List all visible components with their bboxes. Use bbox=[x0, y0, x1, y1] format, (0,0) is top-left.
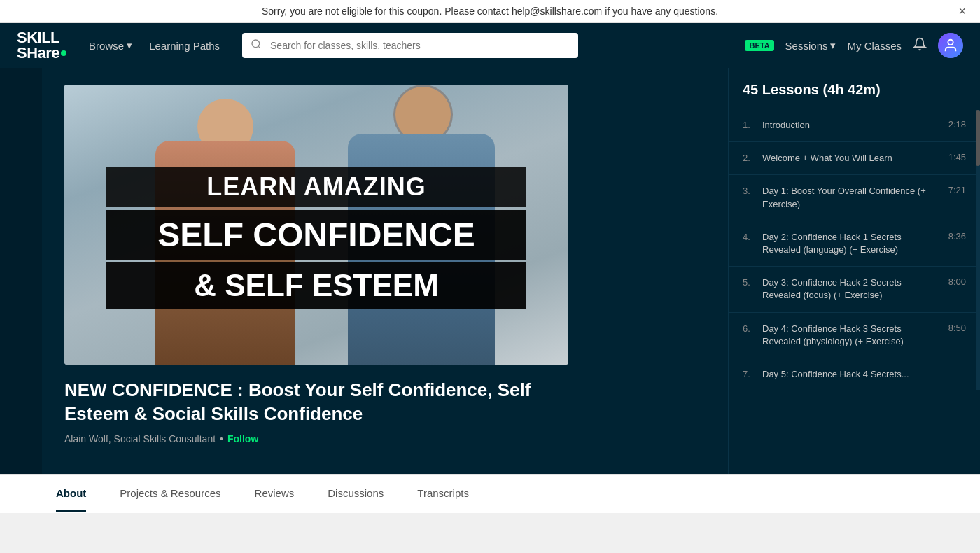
lesson-duration: 1:45 bbox=[948, 152, 966, 162]
lesson-number: 5. bbox=[743, 276, 757, 288]
browse-label: Browse bbox=[89, 40, 124, 52]
scrollbar-thumb[interactable] bbox=[976, 110, 980, 166]
bottom-tabs: AboutProjects & ResourcesReviewsDiscussi… bbox=[0, 474, 980, 513]
lessons-panel: 45 Lessons (4h 42m) 1. Introduction 2:18… bbox=[728, 68, 980, 474]
logo-dot bbox=[61, 50, 66, 56]
nav-right: BETA Sessions ▾ My Classes bbox=[745, 33, 963, 58]
tab-discussions[interactable]: Discussions bbox=[328, 476, 384, 512]
browse-chevron-icon: ▾ bbox=[127, 39, 132, 52]
lesson-title: Day 1: Boost Your Overall Confidence (+ … bbox=[762, 185, 937, 210]
tab-transcripts[interactable]: Transcripts bbox=[417, 476, 469, 512]
scrollbar-track[interactable] bbox=[976, 110, 980, 390]
main-nav: SKILL SHare Browse ▾ Learning Paths BETA… bbox=[0, 23, 980, 68]
tab-reviews[interactable]: Reviews bbox=[255, 476, 295, 512]
learning-paths-link[interactable]: Learning Paths bbox=[149, 40, 220, 52]
lesson-duration: 8:36 bbox=[948, 231, 966, 241]
top-banner: Sorry, you are not eligible for this cou… bbox=[0, 0, 980, 23]
sessions-label: Sessions bbox=[785, 40, 828, 52]
lesson-duration: 7:21 bbox=[948, 185, 966, 195]
avatar[interactable] bbox=[938, 33, 963, 58]
beta-badge: BETA bbox=[745, 40, 774, 51]
lesson-title: Day 3: Confidence Hack 2 Secrets Reveale… bbox=[762, 276, 937, 302]
lesson-number: 6. bbox=[743, 323, 757, 334]
lessons-list[interactable]: 1. Introduction 2:18 2. Welcome + What Y… bbox=[729, 109, 980, 459]
banner-close-button[interactable]: × bbox=[958, 4, 966, 19]
lesson-title: Welcome + What You Will Learn bbox=[762, 152, 937, 164]
lesson-item[interactable]: 5. Day 3: Confidence Hack 2 Secrets Reve… bbox=[729, 267, 980, 312]
course-thumbnail[interactable]: LEARN AMAZING SELF CONFIDENCE & SELF EST… bbox=[64, 85, 568, 365]
nav-links: Browse ▾ Learning Paths bbox=[89, 39, 220, 52]
logo-text-top: SKILL bbox=[17, 30, 59, 46]
sessions-menu[interactable]: Sessions ▾ bbox=[785, 39, 836, 52]
lesson-number: 2. bbox=[743, 152, 757, 163]
lesson-item[interactable]: 2. Welcome + What You Will Learn 1:45 bbox=[729, 142, 980, 175]
avatar-image bbox=[938, 33, 963, 58]
lesson-number: 4. bbox=[743, 231, 757, 242]
my-classes-link[interactable]: My Classes bbox=[847, 40, 902, 52]
svg-line-1 bbox=[258, 46, 260, 48]
follow-button[interactable]: Follow bbox=[227, 433, 258, 444]
lesson-number: 1. bbox=[743, 119, 757, 130]
lesson-duration: 8:50 bbox=[948, 323, 966, 333]
my-classes-label: My Classes bbox=[847, 40, 902, 52]
banner-message: Sorry, you are not eligible for this cou… bbox=[262, 6, 718, 17]
thumbnail-overlay: LEARN AMAZING SELF CONFIDENCE & SELF EST… bbox=[106, 167, 526, 309]
lesson-duration: 2:18 bbox=[948, 119, 966, 130]
lesson-number: 3. bbox=[743, 185, 757, 196]
notification-icon[interactable] bbox=[913, 37, 927, 55]
svg-point-0 bbox=[252, 40, 260, 48]
course-author-line: Alain Wolf, Social Skills Consultant • F… bbox=[64, 433, 706, 444]
bullet-separator: • bbox=[220, 433, 223, 444]
browse-menu[interactable]: Browse ▾ bbox=[89, 39, 132, 52]
lesson-item[interactable]: 7. Day 5: Confidence Hack 4 Secrets... bbox=[729, 358, 980, 391]
logo-text-bottom: SHare bbox=[17, 46, 59, 61]
lesson-item[interactable]: 1. Introduction 2:18 bbox=[729, 109, 980, 142]
learning-paths-label: Learning Paths bbox=[149, 40, 220, 52]
lesson-duration: 8:00 bbox=[948, 276, 966, 287]
thumbnail-line1: LEARN AMAZING bbox=[106, 167, 526, 207]
center-panel: LEARN AMAZING SELF CONFIDENCE & SELF EST… bbox=[42, 68, 728, 474]
logo[interactable]: SKILL SHare bbox=[17, 30, 66, 61]
lesson-title: Day 2: Confidence Hack 1 Secrets Reveale… bbox=[762, 231, 937, 256]
tab-projects--resources[interactable]: Projects & Resources bbox=[120, 476, 220, 512]
tab-about[interactable]: About bbox=[56, 476, 86, 512]
main-content: LEARN AMAZING SELF CONFIDENCE & SELF EST… bbox=[0, 68, 980, 474]
course-title: NEW CONFIDENCE : Boost Your Self Confide… bbox=[64, 379, 568, 426]
lesson-title: Introduction bbox=[762, 119, 937, 132]
sessions-chevron-icon: ▾ bbox=[830, 39, 836, 52]
thumbnail-line2: SELF CONFIDENCE bbox=[106, 210, 526, 260]
lesson-item[interactable]: 3. Day 1: Boost Your Overall Confidence … bbox=[729, 175, 980, 220]
search-bar-container bbox=[242, 33, 578, 58]
lesson-title: Day 5: Confidence Hack 4 Secrets... bbox=[762, 368, 955, 381]
search-icon bbox=[251, 38, 262, 52]
thumbnail-background: LEARN AMAZING SELF CONFIDENCE & SELF EST… bbox=[64, 85, 568, 365]
lesson-item[interactable]: 4. Day 2: Confidence Hack 1 Secrets Reve… bbox=[729, 221, 980, 267]
thumbnail-line3: & SELF ESTEEM bbox=[106, 262, 526, 309]
lesson-number: 7. bbox=[743, 368, 757, 379]
left-panel bbox=[0, 68, 42, 474]
lesson-title: Day 4: Confidence Hack 3 Secrets Reveale… bbox=[762, 323, 937, 348]
lesson-item[interactable]: 6. Day 4: Confidence Hack 3 Secrets Reve… bbox=[729, 313, 980, 358]
lessons-header: 45 Lessons (4h 42m) bbox=[729, 82, 980, 109]
search-input[interactable] bbox=[242, 33, 578, 58]
course-author-name: Alain Wolf, Social Skills Consultant bbox=[64, 433, 216, 444]
svg-point-2 bbox=[948, 40, 953, 45]
